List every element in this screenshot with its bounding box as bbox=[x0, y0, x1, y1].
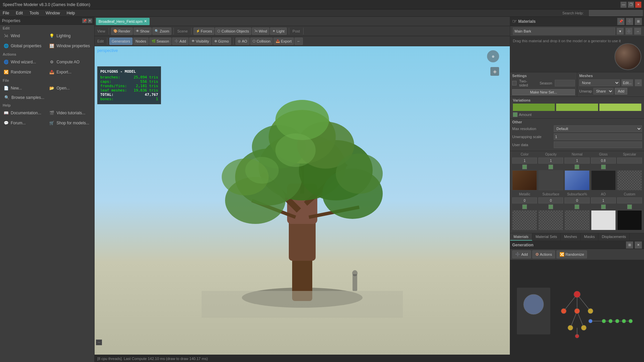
normal-swatch[interactable] bbox=[565, 170, 589, 190]
node-green-5[interactable] bbox=[629, 319, 633, 323]
variation-color-1[interactable] bbox=[513, 104, 555, 111]
tab-masks[interactable]: Masks bbox=[581, 233, 598, 241]
node-4[interactable] bbox=[568, 325, 573, 330]
color-checkbox[interactable] bbox=[522, 165, 527, 169]
unwrap-select[interactable]: Share bbox=[593, 88, 613, 95]
two-sided-checkbox[interactable] bbox=[512, 81, 517, 85]
mesh-select[interactable]: None bbox=[579, 79, 620, 86]
visibility-button[interactable]: 👁 Visibility bbox=[189, 38, 212, 45]
materials-close-button[interactable]: ⊞ bbox=[635, 18, 642, 25]
ao-button[interactable]: ◎ AO bbox=[235, 38, 250, 45]
export-tb-button[interactable]: 📤 Export bbox=[273, 38, 294, 45]
lighting-button[interactable]: 💡 Lighting bbox=[48, 32, 93, 40]
browse-samples-button[interactable]: 🔍 Browse samples... bbox=[0, 93, 94, 102]
node-2[interactable] bbox=[575, 308, 580, 314]
custom-value[interactable] bbox=[617, 197, 642, 203]
material-name-input[interactable] bbox=[513, 27, 615, 35]
custom-swatch[interactable] bbox=[617, 210, 642, 230]
node-green-4[interactable] bbox=[622, 319, 626, 323]
material-arrow-button[interactable]: → bbox=[634, 27, 641, 35]
user-data-input[interactable] bbox=[554, 141, 642, 148]
compute-ao-button[interactable]: ⚙ Compute AO bbox=[48, 58, 93, 66]
custom-checkbox[interactable] bbox=[627, 204, 632, 209]
make-new-set-button[interactable]: Make New Set... bbox=[512, 89, 575, 95]
unwrapping-scale-input[interactable] bbox=[554, 133, 642, 140]
video-tutorials-button[interactable]: 🎬 Video tutorials... bbox=[48, 109, 93, 117]
normal-checkbox[interactable] bbox=[575, 165, 579, 169]
ao-checkbox[interactable] bbox=[601, 204, 606, 209]
ao-swatch[interactable] bbox=[591, 210, 616, 230]
material-dropdown-button[interactable]: ▼ bbox=[616, 27, 624, 35]
menu-tools[interactable]: Tools bbox=[28, 10, 40, 16]
search-help-input[interactable] bbox=[589, 10, 643, 16]
node-1[interactable] bbox=[561, 308, 567, 314]
window-properties-button[interactable]: 🪟 Window properties bbox=[48, 42, 93, 50]
object-manipulator[interactable]: ◈ bbox=[490, 66, 500, 77]
materials-add-button[interactable]: ➕ bbox=[626, 18, 633, 25]
global-properties-button[interactable]: 🌐 Global properties bbox=[2, 42, 47, 50]
wind-view-button[interactable]: 🌬 Wind bbox=[252, 27, 269, 35]
normal-value[interactable] bbox=[565, 158, 589, 164]
gizmo-button[interactable]: ⊕ Gizmo bbox=[212, 38, 231, 45]
gen-actions-button[interactable]: ⚙ Actions bbox=[532, 250, 555, 258]
subsurface-pct-checkbox[interactable] bbox=[575, 204, 579, 209]
material-add-button[interactable]: ➕ bbox=[625, 27, 633, 35]
back-button[interactable]: ← bbox=[294, 38, 303, 45]
node-green-3[interactable] bbox=[615, 319, 619, 323]
node-green-2[interactable] bbox=[608, 319, 612, 323]
color-value[interactable] bbox=[512, 158, 537, 164]
opacity-swatch[interactable] bbox=[538, 170, 563, 190]
variation-color-2[interactable] bbox=[556, 104, 598, 111]
materials-pin-button[interactable]: 📌 bbox=[617, 18, 625, 25]
subsurface-value[interactable] bbox=[538, 197, 563, 203]
generation-graph[interactable] bbox=[510, 260, 644, 362]
show-button[interactable]: 👁 Show bbox=[133, 27, 152, 35]
tab-displacements[interactable]: Displacements bbox=[598, 233, 630, 241]
forum-button[interactable]: 💬 Forum... bbox=[2, 119, 47, 127]
export-button[interactable]: 📤 Export... bbox=[48, 68, 93, 76]
max-resolution-select[interactable]: Default bbox=[554, 125, 642, 132]
subsurface-checkbox[interactable] bbox=[548, 204, 553, 209]
gen-add-button[interactable]: ➕ Add bbox=[512, 250, 531, 258]
ao-value[interactable] bbox=[591, 197, 616, 203]
season-input[interactable] bbox=[555, 80, 575, 86]
node-3[interactable] bbox=[588, 308, 593, 314]
forces-button[interactable]: ⚡ Forces bbox=[194, 27, 215, 35]
add-button[interactable]: ➕ Add bbox=[172, 38, 189, 45]
color-swatch[interactable] bbox=[512, 170, 537, 190]
panel-close-button[interactable]: ✕ bbox=[88, 18, 92, 23]
mesh-arrow-button[interactable]: → bbox=[635, 79, 642, 86]
new-button[interactable]: 📄 New... bbox=[2, 84, 47, 93]
more-options-button[interactable]: ··· bbox=[96, 340, 102, 345]
unwrap-add-button[interactable]: Add bbox=[615, 88, 628, 95]
menu-window[interactable]: Window bbox=[44, 10, 61, 16]
metallic-value[interactable] bbox=[512, 197, 537, 203]
tab-material-sets[interactable]: Material Sets bbox=[532, 233, 561, 241]
open-button[interactable]: 📂 Open... bbox=[48, 84, 93, 93]
gloss-value[interactable] bbox=[591, 158, 616, 164]
subsurface-pct-swatch[interactable] bbox=[565, 210, 589, 230]
gen-randomize-button[interactable]: 🔀 Randomize bbox=[556, 250, 587, 258]
node-5[interactable] bbox=[581, 325, 586, 330]
tab-materials[interactable]: Materials bbox=[510, 233, 532, 241]
gloss-checkbox[interactable] bbox=[601, 165, 606, 169]
node-green-1[interactable] bbox=[602, 319, 606, 323]
specular-value[interactable] bbox=[617, 158, 642, 164]
tab-meshes[interactable]: Meshes bbox=[561, 233, 581, 241]
metallic-checkbox[interactable] bbox=[522, 204, 527, 209]
node-root[interactable] bbox=[574, 291, 581, 298]
generators-button[interactable]: Generators bbox=[109, 38, 132, 45]
nodes-button[interactable]: Nodes bbox=[133, 38, 149, 45]
opacity-value[interactable] bbox=[538, 158, 563, 164]
light-button[interactable]: ☀ Light bbox=[270, 27, 287, 35]
subsurface-pct-value[interactable] bbox=[565, 197, 589, 203]
gloss-swatch[interactable] bbox=[591, 170, 616, 190]
tab-close-button[interactable]: ✕ bbox=[144, 19, 147, 23]
documentation-button[interactable]: 📖 Documentation... bbox=[2, 109, 47, 117]
menu-file[interactable]: File bbox=[1, 10, 10, 16]
menu-help[interactable]: Help bbox=[65, 10, 76, 16]
collision-button[interactable]: ⬡ Collision bbox=[250, 38, 273, 45]
node-blue-1[interactable] bbox=[588, 319, 592, 323]
viewport-tab[interactable]: Broadleaf_Hero_Field.spm ✕ bbox=[96, 18, 150, 25]
close-button[interactable]: ✕ bbox=[635, 2, 641, 8]
